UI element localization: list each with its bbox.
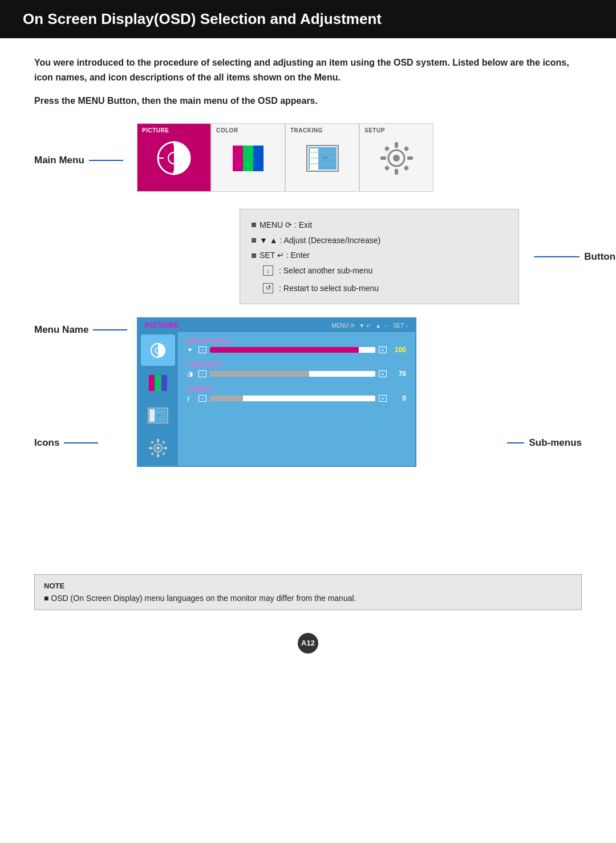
brightness-label: BRIGHTNESS (187, 338, 406, 344)
menu-name-arrow-line (93, 329, 127, 330)
osd-menu-row: PICTURE COLOR (137, 123, 582, 192)
press-text: Press the MENU Button, then the main men… (34, 96, 582, 106)
button-tip-line (534, 256, 579, 257)
topbar-up-btn: ▲ → (375, 322, 388, 329)
tip-sub2-item: ↺ : Restart to select sub-menu (263, 281, 507, 296)
sidebar-icon-setup (141, 432, 175, 463)
svg-rect-18 (395, 142, 398, 148)
contrast-track (210, 371, 375, 377)
osd-topbar: PICTURE MENU ⟳ ▼ ↵ ▲ → SET ↓ (138, 318, 415, 332)
tip-menu: MENU ⟳ : Exit (252, 217, 507, 233)
svg-point-36 (156, 446, 160, 450)
submenus-line (507, 442, 524, 443)
icons-arrow-line (64, 442, 98, 443)
submenus-label-group: Sub-menus (507, 437, 582, 449)
svg-rect-38 (157, 454, 159, 457)
tip-text-3: SET ↵ : Enter (260, 248, 310, 263)
contrast-icon: ◑ (187, 370, 195, 378)
svg-rect-11 (310, 148, 318, 170)
tip-sub1: ↓ : Select another sub-menu ↺ : Restart … (263, 263, 507, 296)
button-tip-box: MENU ⟳ : Exit ▼ ▲ : Adjust (Decrease/Inc… (240, 209, 519, 304)
svg-point-17 (393, 155, 400, 162)
svg-rect-21 (407, 156, 413, 160)
brightness-track (210, 347, 375, 353)
page-content: You were introduced to the procedure of … (0, 55, 616, 688)
svg-rect-23 (403, 146, 409, 151)
svg-rect-44 (162, 452, 165, 455)
contrast-row: ◑ − + 70 (187, 370, 406, 378)
page-title: On Screen Display(OSD) Selection and Adj… (23, 10, 382, 27)
svg-rect-8 (253, 146, 264, 171)
submenu-brightness: BRIGHTNESS ✦ − + 100 (187, 338, 406, 354)
brightness-fill (210, 347, 359, 353)
sidebar-icon-color (141, 367, 175, 398)
svg-text:↔: ↔ (321, 153, 329, 162)
menu-item-picture: PICTURE (137, 123, 211, 192)
brightness-icon: ✦ (187, 346, 195, 354)
svg-rect-37 (157, 439, 159, 442)
contrast-value: 70 (390, 370, 406, 378)
tip-down-icon: ↓ (263, 265, 273, 276)
menu-label-tracking: TRACKING (286, 127, 323, 134)
menu-item-tracking: TRACKING ↔ (285, 123, 359, 192)
tracking-icon: ↔ (302, 138, 342, 178)
svg-rect-33 (149, 409, 155, 422)
svg-text:↔: ↔ (156, 412, 162, 418)
svg-rect-19 (395, 169, 398, 175)
brightness-minus: − (198, 346, 206, 353)
page-number: A12 (298, 633, 318, 654)
osd-topbar-buttons: MENU ⟳ ▼ ↵ ▲ → SET ↓ (331, 322, 408, 329)
tip-bullet-3 (252, 253, 256, 258)
gamma-track (210, 396, 375, 401)
picture-icon (154, 138, 194, 178)
menu-label-picture: PICTURE (137, 127, 169, 134)
tip-sub1-text: : Select another sub-menu (279, 263, 372, 279)
svg-rect-7 (243, 146, 253, 171)
button-tip-label: Button Tip (584, 248, 616, 266)
tip-arrows: ▼ ▲ : Adjust (Decrease/Increase) (252, 233, 507, 248)
tip-set: SET ↵ : Enter (252, 248, 507, 263)
osd-screen: PICTURE MENU ⟳ ▼ ↵ ▲ → SET ↓ (137, 317, 416, 467)
gamma-row: γ − + 0 (187, 394, 406, 402)
topbar-down-btn: ▼ ↵ (359, 322, 371, 329)
brightness-row: ✦ − + 100 (187, 346, 406, 354)
svg-rect-30 (161, 375, 167, 391)
submenus-label: Sub-menus (529, 437, 582, 449)
main-menu-arrow-line (89, 160, 123, 161)
gamma-value: 0 (390, 394, 406, 402)
svg-rect-43 (151, 452, 154, 455)
note-text: ■ OSD (On Screen Display) menu languages… (44, 594, 572, 603)
note-box: NOTE ■ OSD (On Screen Display) menu lang… (34, 574, 582, 610)
svg-rect-20 (380, 156, 386, 160)
sidebar-icon-tracking: ↔ (141, 400, 175, 431)
main-menu-label: Main Menu (34, 155, 84, 166)
tip-text-2: ▼ ▲ : Adjust (Decrease/Increase) (260, 233, 380, 248)
button-tip-section: MENU ⟳ : Exit ▼ ▲ : Adjust (Decrease/Inc… (137, 209, 582, 304)
svg-rect-6 (233, 146, 243, 171)
menu-item-setup: SETUP (359, 123, 433, 192)
svg-rect-22 (384, 146, 390, 151)
note-title: NOTE (44, 582, 572, 590)
topbar-set-btn: SET ↓ (393, 322, 408, 329)
gamma-fill (210, 396, 243, 401)
page-header: On Screen Display(OSD) Selection and Adj… (0, 0, 616, 38)
osd-main-content: BRIGHTNESS ✦ − + 100 CONT (178, 332, 415, 466)
menu-name-label: Menu Name (34, 324, 88, 336)
submenu-contrast: CONTRAST ◑ − + 70 (187, 362, 406, 378)
gamma-icon: γ (187, 394, 195, 402)
menu-name-label-group: Menu Name (34, 324, 127, 336)
tip-text-1: MENU ⟳ : Exit (260, 217, 312, 233)
contrast-label: CONTRAST (187, 362, 406, 368)
submenu-gamma: GAMMA γ − + 0 (187, 386, 406, 402)
gamma-minus: − (198, 395, 206, 402)
svg-rect-28 (149, 375, 155, 391)
intro-paragraph: You were introduced to the procedure of … (34, 55, 582, 84)
svg-rect-42 (162, 441, 165, 444)
svg-rect-24 (384, 165, 390, 171)
brightness-value: 100 (390, 346, 406, 354)
color-icon (228, 138, 268, 178)
contrast-fill (210, 371, 309, 377)
tip-bullet-1 (252, 223, 256, 227)
osd-topbar-title: PICTURE (145, 321, 179, 329)
main-menu-diagram: Main Menu PICTURE (34, 123, 582, 283)
